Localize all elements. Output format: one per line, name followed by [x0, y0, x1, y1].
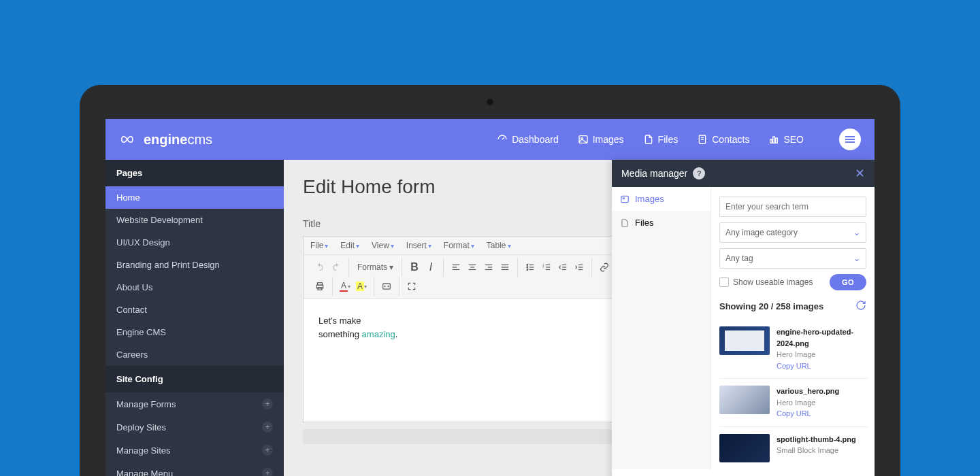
seo-icon — [768, 134, 779, 145]
sidebar-item-label: Deploy Sites — [116, 422, 166, 432]
code-button[interactable] — [378, 278, 395, 294]
camera-icon — [487, 99, 493, 105]
nav-contacts[interactable]: Contacts — [697, 134, 749, 145]
app-screen: enginecms Dashboard Images Files — [105, 119, 875, 476]
copy-url-link[interactable]: Copy URL — [777, 408, 868, 420]
category-select[interactable]: Any image category⌄ — [719, 222, 866, 243]
infinity-gear-icon — [119, 130, 138, 149]
sidebar-item-manage-sites[interactable]: Manage Sites+ — [105, 439, 284, 462]
nav-images[interactable]: Images — [578, 134, 624, 145]
sidebar-item-branding[interactable]: Branding and Print Design — [105, 254, 284, 276]
bullet-list-button[interactable] — [522, 259, 538, 275]
tag-select[interactable]: Any tag⌄ — [719, 248, 866, 269]
media-tab-label: Files — [635, 218, 653, 228]
print-button[interactable] — [312, 278, 328, 294]
sidebar-item-label: Manage Forms — [116, 399, 176, 409]
chevron-down-icon: ▾ — [428, 242, 431, 250]
nav-dashboard[interactable]: Dashboard — [497, 134, 559, 145]
image-category: Hero Image — [777, 397, 868, 409]
sidebar-item-manage-menu[interactable]: Manage Menu+ — [105, 462, 284, 476]
sidebar-item-deploy-sites[interactable]: Deploy Sites+ — [105, 415, 284, 439]
link-button[interactable] — [596, 259, 612, 275]
go-button[interactable]: GO — [830, 274, 866, 290]
editor-menu-edit[interactable]: Edit▾ — [340, 241, 359, 250]
media-search-input[interactable] — [719, 197, 866, 217]
svg-rect-5 — [776, 138, 778, 143]
align-left-button[interactable] — [448, 259, 464, 275]
svg-point-22 — [527, 267, 528, 268]
svg-rect-44 — [621, 196, 629, 202]
formats-dropdown[interactable]: Formats▾ — [353, 262, 397, 272]
editor-menu-table[interactable]: Table▾ — [487, 241, 511, 250]
top-nav: Dashboard Images Files Contacts SEO — [497, 129, 861, 150]
copy-url-link[interactable]: Copy URL — [777, 360, 868, 372]
image-list-item[interactable]: spotlight-thumb-4.png Small Block Image — [719, 427, 868, 469]
useable-images-checkbox[interactable]: Show useable images — [719, 277, 813, 287]
italic-button[interactable]: I — [423, 259, 439, 275]
image-thumbnail — [719, 326, 770, 355]
nav-files[interactable]: Files — [643, 134, 679, 145]
image-list-item[interactable]: various_hero.png Hero Image Copy URL — [719, 379, 868, 427]
sidebar-item-label: About Us — [116, 282, 152, 292]
sidebar-item-enginecms[interactable]: Engine CMS — [105, 321, 284, 343]
chevron-down-icon: ▾ — [508, 242, 511, 250]
chevron-down-icon: ▾ — [389, 262, 393, 272]
image-filename: spotlight-thumb-4.png — [777, 434, 868, 445]
chevron-down-icon: ▾ — [391, 242, 394, 250]
plus-icon[interactable]: + — [262, 468, 273, 476]
media-tab-files[interactable]: Files — [612, 211, 710, 235]
editor-menu-insert[interactable]: Insert▾ — [406, 241, 431, 250]
plus-icon[interactable]: + — [262, 398, 273, 409]
image-list-item[interactable]: engine-hero-updated-2024.png Hero Image … — [719, 320, 868, 379]
app-header: enginecms Dashboard Images Files — [105, 119, 875, 160]
undo-button[interactable] — [312, 259, 328, 275]
editor-menu-format[interactable]: Format▾ — [444, 241, 474, 250]
hamburger-menu-button[interactable] — [839, 129, 861, 150]
outdent-button[interactable] — [555, 259, 571, 275]
svg-point-21 — [527, 265, 528, 266]
image-filename: engine-hero-updated-2024.png — [777, 326, 868, 349]
chevron-down-icon: ▾ — [471, 242, 474, 250]
align-center-button[interactable] — [464, 259, 480, 275]
sidebar-item-about[interactable]: About Us — [105, 276, 284, 299]
plus-icon[interactable]: + — [262, 422, 273, 432]
editor-menu-file[interactable]: File▾ — [310, 241, 328, 250]
media-panel-title: Media manager — [621, 168, 687, 179]
help-icon[interactable]: ? — [693, 167, 705, 180]
media-manager-panel: Media manager ? ✕ Images — [612, 160, 875, 476]
nav-seo[interactable]: SEO — [768, 134, 804, 145]
bg-color-button[interactable]: A▾ — [353, 278, 370, 294]
image-filename: various_hero.png — [777, 386, 868, 397]
file-icon — [620, 218, 630, 228]
align-justify-button[interactable] — [497, 259, 513, 275]
close-icon[interactable]: ✕ — [855, 166, 865, 181]
align-right-button[interactable] — [480, 259, 497, 275]
sidebar-item-contact[interactable]: Contact — [105, 299, 284, 321]
sidebar-item-careers[interactable]: Careers — [105, 343, 284, 366]
nav-label: Files — [658, 134, 679, 145]
svg-rect-4 — [773, 137, 775, 143]
indent-button[interactable] — [571, 259, 587, 275]
number-list-button[interactable]: 12 — [538, 259, 555, 275]
media-controls: Any image category⌄ Any tag⌄ Show useabl… — [711, 187, 875, 469]
sidebar-item-manage-forms[interactable]: Manage Forms+ — [105, 392, 284, 415]
fullscreen-button[interactable] — [404, 278, 420, 294]
checkbox-icon — [719, 277, 729, 287]
sidebar-item-label: Home — [116, 192, 140, 203]
sidebar-item-webdev[interactable]: Website Development — [105, 209, 284, 231]
media-tab-images[interactable]: Images — [612, 187, 710, 211]
sidebar-item-label: Manage Sites — [116, 445, 171, 456]
text-color-button[interactable]: A▾ — [337, 278, 353, 294]
bold-button[interactable]: B — [406, 259, 423, 275]
sidebar-item-home[interactable]: Home — [105, 186, 284, 209]
refresh-icon[interactable] — [855, 300, 866, 313]
sidebar-item-uiux[interactable]: UI/UX Design — [105, 231, 284, 254]
brand-name-1: engine — [144, 132, 187, 147]
svg-text:2: 2 — [542, 265, 544, 269]
brand-logo[interactable]: enginecms — [119, 130, 212, 149]
redo-button[interactable] — [328, 259, 344, 275]
nav-label: Images — [593, 134, 624, 145]
plus-icon[interactable]: + — [262, 445, 273, 456]
editor-menu-view[interactable]: View▾ — [372, 241, 394, 250]
media-tab-label: Images — [635, 194, 664, 204]
